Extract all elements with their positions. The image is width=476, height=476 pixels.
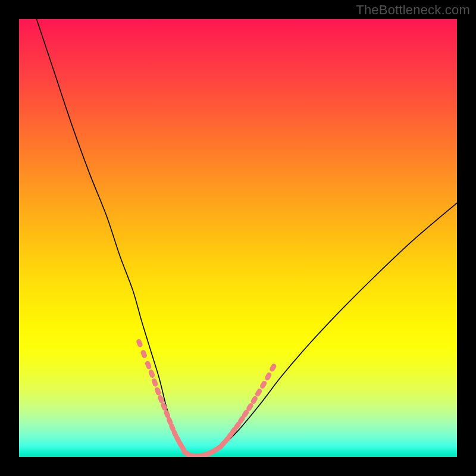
plot-area [19, 19, 457, 457]
overlay-dash [151, 378, 159, 387]
bottleneck-curve [36, 19, 457, 456]
dot-overlay-left [136, 339, 187, 453]
chart-frame: TheBottleneck.com [0, 0, 476, 476]
overlay-dash [145, 360, 152, 369]
dot-overlay-bottom [181, 443, 225, 457]
dot-overlay-right [218, 363, 277, 449]
overlay-dash [136, 339, 143, 348]
curve-layer [19, 19, 457, 457]
overlay-dash [254, 388, 262, 397]
overlay-dash [269, 363, 277, 372]
bottleneck-curve-path [36, 19, 457, 456]
overlay-dash [264, 371, 273, 381]
overlay-dash [140, 349, 148, 359]
overlay-dash [259, 380, 268, 389]
overlay-dash [148, 369, 156, 378]
watermark-text: TheBottleneck.com [356, 2, 470, 18]
overlay-dash [154, 387, 162, 396]
